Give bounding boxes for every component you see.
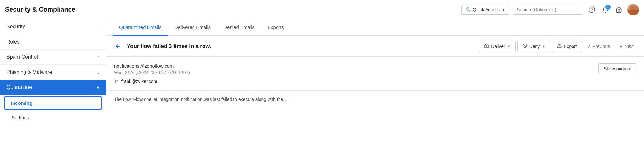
- sidebar-item-label: Quarantine: [6, 84, 32, 90]
- chevron-down-icon: ▼: [507, 44, 511, 48]
- avatar[interactable]: [627, 4, 639, 15]
- question-circle-icon: ?: [589, 6, 595, 13]
- email-toolbar: Your flow failed 3 times in a row.: [106, 36, 644, 57]
- notification-badge: 1: [605, 5, 611, 10]
- sidebar-item-label: Spam Control: [6, 54, 38, 60]
- sidebar-item-phishing-malware[interactable]: Phishing & Malware ›: [0, 65, 106, 80]
- sidebar-item-spam-control[interactable]: Spam Control ›: [0, 50, 106, 65]
- deliver-icon: [484, 43, 489, 49]
- chevron-down-icon: ∨: [620, 44, 623, 49]
- header-controls: 🔍 Quick Access ▼ ? 1: [461, 4, 639, 15]
- sidebar-item-quarantine[interactable]: Quarantine ∨: [0, 80, 106, 95]
- export-button[interactable]: Export: [552, 41, 582, 52]
- main-layout: Security › Roles Spam Control › Phishing…: [0, 19, 644, 167]
- tab-delivered-emails[interactable]: Delivered Emails: [168, 19, 217, 36]
- svg-text:?: ?: [591, 8, 593, 12]
- email-body-preview: The flow 'Flow one' at integration notif…: [106, 91, 644, 108]
- toolbar-actions: Deliver ▼ Deny ▼: [479, 41, 638, 52]
- export-label: Export: [564, 44, 577, 49]
- svg-line-6: [523, 44, 526, 47]
- deny-button[interactable]: Deny ▼: [517, 41, 550, 52]
- export-icon: [557, 43, 562, 49]
- chevron-right-icon: ›: [98, 54, 99, 60]
- home-button[interactable]: [614, 5, 624, 15]
- search-input[interactable]: [513, 5, 583, 15]
- sidebar-subitem-incoming[interactable]: Incoming: [4, 96, 102, 110]
- quick-access-button[interactable]: 🔍 Quick Access ▼: [461, 5, 509, 15]
- previous-button[interactable]: ∧ Previous: [584, 42, 614, 51]
- email-subject: Your flow failed 3 times in a row.: [127, 43, 475, 50]
- sidebar-item-label: Security: [6, 24, 25, 30]
- sidebar-item-security[interactable]: Security ›: [0, 19, 106, 34]
- quick-access-label: Quick Access: [473, 7, 500, 12]
- tab-quarantined-emails[interactable]: Quarantined Emails: [113, 19, 168, 36]
- search-icon: 🔍: [466, 7, 471, 12]
- content-area: Quarantined Emails Delivered Emails Deni…: [106, 19, 644, 167]
- chevron-down-icon: ∨: [96, 85, 99, 90]
- next-button[interactable]: ∨ Next: [616, 42, 638, 51]
- chevron-up-icon: ∧: [588, 44, 591, 49]
- deny-label: Deny: [529, 44, 540, 49]
- sidebar-subitem-label: Settings: [12, 115, 29, 120]
- email-header: notifications@zohoflow.com Wed, 24 Aug 2…: [106, 57, 644, 91]
- back-button[interactable]: [113, 41, 123, 52]
- tab-denied-emails[interactable]: Denied Emails: [217, 19, 261, 36]
- tabs: Quarantined Emails Delivered Emails Deni…: [106, 19, 644, 36]
- sidebar-item-roles[interactable]: Roles: [0, 34, 106, 50]
- sidebar-subitem-label: Incoming: [11, 100, 33, 106]
- deliver-label: Deliver: [491, 44, 505, 49]
- sidebar-item-label: Roles: [6, 39, 20, 45]
- email-divider: [114, 108, 636, 108]
- help-button[interactable]: ?: [587, 5, 597, 15]
- avatar-image: [627, 4, 639, 15]
- show-original-button[interactable]: Show original: [598, 63, 636, 74]
- deny-icon: [522, 43, 527, 49]
- chevron-right-icon: ›: [98, 70, 99, 75]
- email-to-line: To frank@zylker.com: [114, 79, 636, 84]
- chevron-down-icon: ▼: [502, 8, 505, 12]
- chevron-right-icon: ›: [98, 24, 99, 29]
- previous-label: Previous: [592, 44, 610, 49]
- sidebar-subitem-settings[interactable]: Settings: [0, 111, 106, 124]
- email-date: Wed, 24 Aug 2022 23:39:27 -0700 (PDT): [114, 70, 636, 75]
- arrow-left-icon: [115, 43, 121, 50]
- notification-button[interactable]: 1: [600, 5, 611, 15]
- header: Security & Compliance 🔍 Quick Access ▼ ?…: [0, 0, 644, 19]
- email-body-text: The flow 'Flow one' at integration notif…: [114, 97, 287, 102]
- deliver-button[interactable]: Deliver ▼: [479, 41, 515, 52]
- to-address: frank@zylker.com: [121, 79, 157, 84]
- email-from: notifications@zohoflow.com: [114, 63, 636, 69]
- home-icon: [616, 6, 622, 13]
- to-label: To: [114, 79, 119, 84]
- app-title: Security & Compliance: [5, 6, 75, 13]
- next-label: Next: [624, 44, 634, 49]
- chevron-down-icon: ▼: [542, 44, 545, 48]
- sidebar-item-label: Phishing & Malware: [6, 69, 52, 75]
- sidebar: Security › Roles Spam Control › Phishing…: [0, 19, 106, 167]
- tab-exports[interactable]: Exports: [261, 19, 290, 36]
